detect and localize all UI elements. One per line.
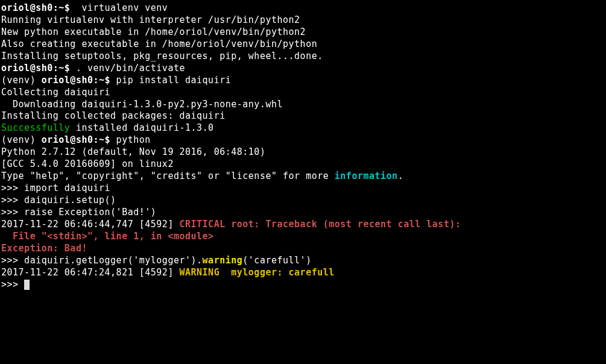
cursor-icon [24,280,30,290]
success-text: Successfully [1,122,70,133]
timestamp-text: 2017-11-22 06:46:44,747 [4592] [1,219,179,230]
terminal-line: oriol@sh0:~$ . venv/bin/activate [1,63,605,75]
terminal-line: (venv) oriol@sh0:~$ pip install daiquiri [1,75,605,87]
highlight-text: information [335,171,398,181]
prompt-path: :~$ [93,134,111,145]
terminal-line: Installing collected packages: daiquiri [1,110,605,122]
repl-text: ('carefull') [242,255,311,266]
prompt-path: :~$ [93,75,111,86]
timestamp-text: 2017-11-22 06:47:24,821 [4592] [1,267,179,278]
terminal-line: Successfully installed daiquiri-1.3.0 [1,122,605,134]
terminal-line: Type "help", "copyright", "credits" or "… [1,171,605,183]
command-text: . venv/bin/activate [70,63,185,74]
terminal-line: >>> daiquiri.setup() [1,195,605,207]
output-text: installed daiquiri-1.3.0 [70,122,213,133]
repl-text: >>> daiquiri.getLogger('mylogger'). [1,255,203,266]
critical-text: CRITICAL root: Traceback (most recent ca… [179,219,461,230]
command-text: python [110,134,151,145]
terminal-line: Also creating executable in /home/oriol/… [1,39,605,51]
prompt-user: oriol@sh0 [1,2,53,13]
prompt-path: :~$ [53,63,71,74]
terminal-line: Running virtualenv with interpreter /usr… [1,14,605,27]
terminal-line: >>> [1,279,605,291]
repl-prompt: >>> [1,279,24,290]
terminal-line: 2017-11-22 06:47:24,821 [4592] WARNING m… [1,267,605,279]
command-text: pip install daiquiri [110,75,231,86]
terminal-line: 2017-11-22 06:46:44,747 [4592] CRITICAL … [1,219,605,231]
method-text: warning [203,255,243,266]
terminal-line: >>> import daiquiri [1,183,605,195]
command-text: virtualenv venv [70,2,168,13]
terminal-line: oriol@sh0:~$ virtualenv venv [1,2,605,14]
output-text: . [398,171,404,181]
terminal-line: >>> daiquiri.getLogger('mylogger').warni… [1,255,605,267]
terminal-line: File "<stdin>", line 1, in <module> [1,231,605,243]
terminal-line: (venv) oriol@sh0:~$ python [1,134,605,146]
terminal[interactable]: oriol@sh0:~$ virtualenv venv Running vir… [0,0,606,364]
prompt-path: :~$ [53,2,71,13]
terminal-line: Exception: Bad! [1,243,605,255]
terminal-line: [GCC 5.4.0 20160609] on linux2 [1,158,605,171]
terminal-line: Collecting daiquiri [1,87,605,99]
prompt-user: oriol@sh0 [1,63,53,74]
terminal-line: New python executable in /home/oriol/ven… [1,27,605,39]
warning-text: WARNING mylogger: carefull [179,267,334,278]
venv-indicator: (venv) [1,134,42,145]
terminal-line: Installing setuptools, pkg_resources, pi… [1,51,605,63]
terminal-line: >>> raise Exception('Bad!') [1,207,605,219]
terminal-line: Python 2.7.12 (default, Nov 19 2016, 06:… [1,146,605,158]
terminal-line: Downloading daiquiri-1.3.0-py2.py3-none-… [1,99,605,111]
prompt-user: oriol@sh0 [42,134,93,145]
venv-indicator: (venv) [1,75,42,86]
prompt-user: oriol@sh0 [42,75,93,86]
output-text: Type "help", "copyright", "credits" or "… [1,171,335,181]
